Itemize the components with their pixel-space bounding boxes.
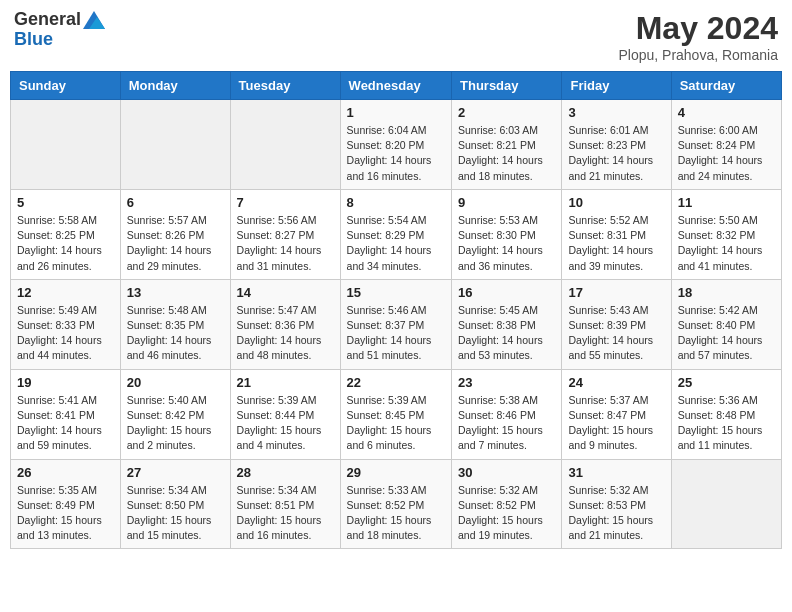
calendar-cell: 8Sunrise: 5:54 AM Sunset: 8:29 PM Daylig… [340,189,451,279]
calendar-cell: 7Sunrise: 5:56 AM Sunset: 8:27 PM Daylig… [230,189,340,279]
calendar-cell: 12Sunrise: 5:49 AM Sunset: 8:33 PM Dayli… [11,279,121,369]
day-number: 27 [127,465,224,480]
weekday-header-row: SundayMondayTuesdayWednesdayThursdayFrid… [11,72,782,100]
calendar-cell: 19Sunrise: 5:41 AM Sunset: 8:41 PM Dayli… [11,369,121,459]
day-number: 3 [568,105,664,120]
day-info: Sunrise: 5:52 AM Sunset: 8:31 PM Dayligh… [568,213,664,274]
day-info: Sunrise: 5:39 AM Sunset: 8:45 PM Dayligh… [347,393,445,454]
day-number: 17 [568,285,664,300]
day-number: 13 [127,285,224,300]
day-info: Sunrise: 5:50 AM Sunset: 8:32 PM Dayligh… [678,213,775,274]
day-number: 19 [17,375,114,390]
day-info: Sunrise: 5:47 AM Sunset: 8:36 PM Dayligh… [237,303,334,364]
calendar-cell: 11Sunrise: 5:50 AM Sunset: 8:32 PM Dayli… [671,189,781,279]
calendar-cell: 9Sunrise: 5:53 AM Sunset: 8:30 PM Daylig… [452,189,562,279]
calendar-cell: 29Sunrise: 5:33 AM Sunset: 8:52 PM Dayli… [340,459,451,549]
day-info: Sunrise: 5:57 AM Sunset: 8:26 PM Dayligh… [127,213,224,274]
day-number: 18 [678,285,775,300]
day-number: 30 [458,465,555,480]
day-number: 1 [347,105,445,120]
day-info: Sunrise: 5:54 AM Sunset: 8:29 PM Dayligh… [347,213,445,274]
calendar-cell: 23Sunrise: 5:38 AM Sunset: 8:46 PM Dayli… [452,369,562,459]
day-info: Sunrise: 5:45 AM Sunset: 8:38 PM Dayligh… [458,303,555,364]
day-info: Sunrise: 5:33 AM Sunset: 8:52 PM Dayligh… [347,483,445,544]
day-number: 22 [347,375,445,390]
day-number: 15 [347,285,445,300]
calendar-cell: 14Sunrise: 5:47 AM Sunset: 8:36 PM Dayli… [230,279,340,369]
page-header: General Blue May 2024 Plopu, Prahova, Ro… [10,10,782,63]
weekday-header-sunday: Sunday [11,72,121,100]
calendar-cell: 1Sunrise: 6:04 AM Sunset: 8:20 PM Daylig… [340,100,451,190]
day-number: 14 [237,285,334,300]
day-info: Sunrise: 5:40 AM Sunset: 8:42 PM Dayligh… [127,393,224,454]
day-info: Sunrise: 5:43 AM Sunset: 8:39 PM Dayligh… [568,303,664,364]
day-info: Sunrise: 5:53 AM Sunset: 8:30 PM Dayligh… [458,213,555,274]
day-info: Sunrise: 6:01 AM Sunset: 8:23 PM Dayligh… [568,123,664,184]
day-number: 29 [347,465,445,480]
calendar-cell: 16Sunrise: 5:45 AM Sunset: 8:38 PM Dayli… [452,279,562,369]
day-info: Sunrise: 6:03 AM Sunset: 8:21 PM Dayligh… [458,123,555,184]
day-number: 2 [458,105,555,120]
day-info: Sunrise: 6:00 AM Sunset: 8:24 PM Dayligh… [678,123,775,184]
calendar-cell: 31Sunrise: 5:32 AM Sunset: 8:53 PM Dayli… [562,459,671,549]
calendar-week-row: 12Sunrise: 5:49 AM Sunset: 8:33 PM Dayli… [11,279,782,369]
day-number: 10 [568,195,664,210]
calendar-cell: 3Sunrise: 6:01 AM Sunset: 8:23 PM Daylig… [562,100,671,190]
day-info: Sunrise: 5:34 AM Sunset: 8:50 PM Dayligh… [127,483,224,544]
day-info: Sunrise: 5:56 AM Sunset: 8:27 PM Dayligh… [237,213,334,274]
day-info: Sunrise: 6:04 AM Sunset: 8:20 PM Dayligh… [347,123,445,184]
day-info: Sunrise: 5:46 AM Sunset: 8:37 PM Dayligh… [347,303,445,364]
day-info: Sunrise: 5:37 AM Sunset: 8:47 PM Dayligh… [568,393,664,454]
day-info: Sunrise: 5:49 AM Sunset: 8:33 PM Dayligh… [17,303,114,364]
day-info: Sunrise: 5:32 AM Sunset: 8:52 PM Dayligh… [458,483,555,544]
weekday-header-saturday: Saturday [671,72,781,100]
day-number: 5 [17,195,114,210]
day-info: Sunrise: 5:36 AM Sunset: 8:48 PM Dayligh… [678,393,775,454]
calendar-cell: 5Sunrise: 5:58 AM Sunset: 8:25 PM Daylig… [11,189,121,279]
day-info: Sunrise: 5:41 AM Sunset: 8:41 PM Dayligh… [17,393,114,454]
calendar-cell: 25Sunrise: 5:36 AM Sunset: 8:48 PM Dayli… [671,369,781,459]
calendar-cell: 4Sunrise: 6:00 AM Sunset: 8:24 PM Daylig… [671,100,781,190]
day-number: 8 [347,195,445,210]
weekday-header-wednesday: Wednesday [340,72,451,100]
calendar-cell: 6Sunrise: 5:57 AM Sunset: 8:26 PM Daylig… [120,189,230,279]
day-info: Sunrise: 5:34 AM Sunset: 8:51 PM Dayligh… [237,483,334,544]
weekday-header-monday: Monday [120,72,230,100]
calendar-cell: 27Sunrise: 5:34 AM Sunset: 8:50 PM Dayli… [120,459,230,549]
day-info: Sunrise: 5:48 AM Sunset: 8:35 PM Dayligh… [127,303,224,364]
calendar-cell: 30Sunrise: 5:32 AM Sunset: 8:52 PM Dayli… [452,459,562,549]
day-number: 9 [458,195,555,210]
day-number: 26 [17,465,114,480]
calendar-week-row: 26Sunrise: 5:35 AM Sunset: 8:49 PM Dayli… [11,459,782,549]
day-info: Sunrise: 5:38 AM Sunset: 8:46 PM Dayligh… [458,393,555,454]
day-number: 28 [237,465,334,480]
calendar-table: SundayMondayTuesdayWednesdayThursdayFrid… [10,71,782,549]
month-year-title: May 2024 [618,10,778,47]
calendar-cell [230,100,340,190]
calendar-week-row: 1Sunrise: 6:04 AM Sunset: 8:20 PM Daylig… [11,100,782,190]
calendar-week-row: 5Sunrise: 5:58 AM Sunset: 8:25 PM Daylig… [11,189,782,279]
calendar-cell: 20Sunrise: 5:40 AM Sunset: 8:42 PM Dayli… [120,369,230,459]
day-info: Sunrise: 5:32 AM Sunset: 8:53 PM Dayligh… [568,483,664,544]
weekday-header-tuesday: Tuesday [230,72,340,100]
day-info: Sunrise: 5:35 AM Sunset: 8:49 PM Dayligh… [17,483,114,544]
calendar-cell [120,100,230,190]
calendar-cell: 2Sunrise: 6:03 AM Sunset: 8:21 PM Daylig… [452,100,562,190]
calendar-cell: 18Sunrise: 5:42 AM Sunset: 8:40 PM Dayli… [671,279,781,369]
calendar-cell: 17Sunrise: 5:43 AM Sunset: 8:39 PM Dayli… [562,279,671,369]
day-number: 7 [237,195,334,210]
logo-general-text: General [14,10,81,30]
day-info: Sunrise: 5:58 AM Sunset: 8:25 PM Dayligh… [17,213,114,274]
calendar-cell: 10Sunrise: 5:52 AM Sunset: 8:31 PM Dayli… [562,189,671,279]
logo-blue-text: Blue [14,30,53,50]
day-number: 31 [568,465,664,480]
day-number: 11 [678,195,775,210]
day-info: Sunrise: 5:42 AM Sunset: 8:40 PM Dayligh… [678,303,775,364]
calendar-cell: 13Sunrise: 5:48 AM Sunset: 8:35 PM Dayli… [120,279,230,369]
weekday-header-thursday: Thursday [452,72,562,100]
calendar-cell: 24Sunrise: 5:37 AM Sunset: 8:47 PM Dayli… [562,369,671,459]
logo: General Blue [14,10,105,50]
day-number: 16 [458,285,555,300]
calendar-cell: 28Sunrise: 5:34 AM Sunset: 8:51 PM Dayli… [230,459,340,549]
location-text: Plopu, Prahova, Romania [618,47,778,63]
